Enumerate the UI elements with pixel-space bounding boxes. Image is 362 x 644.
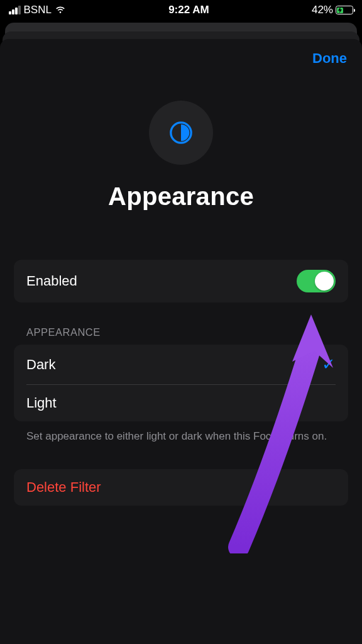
battery-icon bbox=[336, 6, 353, 14]
enabled-label: Enabled bbox=[26, 273, 77, 289]
appearance-sheet: Done Appearance Enabled bbox=[0, 39, 362, 644]
option-light[interactable]: Light bbox=[26, 384, 336, 421]
enabled-toggle[interactable] bbox=[297, 270, 336, 292]
hero-section: Appearance bbox=[0, 101, 362, 211]
carrier-label: BSNL bbox=[24, 4, 52, 16]
appearance-options-group: Dark ✓ Light bbox=[14, 345, 348, 421]
option-dark[interactable]: Dark ✓ bbox=[14, 345, 348, 384]
option-label: Light bbox=[26, 395, 57, 411]
content: Enabled APPEARANCE Dark ✓ Light Set appe… bbox=[0, 260, 362, 506]
done-button[interactable]: Done bbox=[312, 50, 347, 67]
appearance-section-header: APPEARANCE bbox=[14, 326, 348, 345]
toggle-knob bbox=[315, 272, 334, 291]
option-label: Dark bbox=[26, 357, 55, 373]
appearance-icon-wrap bbox=[149, 101, 213, 165]
appearance-footer: Set appearance to either light or dark w… bbox=[14, 421, 348, 444]
status-right: 42% bbox=[312, 4, 353, 16]
battery-percent: 42% bbox=[312, 4, 333, 16]
charging-bolt-icon bbox=[337, 7, 343, 13]
cellular-signal-icon bbox=[9, 6, 21, 14]
enabled-row: Enabled bbox=[14, 260, 348, 303]
wifi-icon bbox=[55, 6, 66, 14]
checkmark-icon: ✓ bbox=[322, 355, 336, 374]
delete-group: Delete Filter bbox=[14, 469, 348, 506]
appearance-icon bbox=[169, 121, 193, 145]
sheet-header: Done bbox=[0, 39, 362, 67]
delete-label: Delete Filter bbox=[26, 479, 101, 496]
status-time: 9:22 AM bbox=[168, 4, 209, 16]
modal-backdrop: Done Appearance Enabled bbox=[0, 23, 362, 644]
enabled-group: Enabled bbox=[14, 260, 348, 303]
status-bar: BSNL 9:22 AM 42% bbox=[0, 0, 362, 19]
delete-filter-row[interactable]: Delete Filter bbox=[14, 469, 348, 506]
status-left: BSNL bbox=[9, 4, 66, 16]
page-title: Appearance bbox=[108, 182, 254, 211]
